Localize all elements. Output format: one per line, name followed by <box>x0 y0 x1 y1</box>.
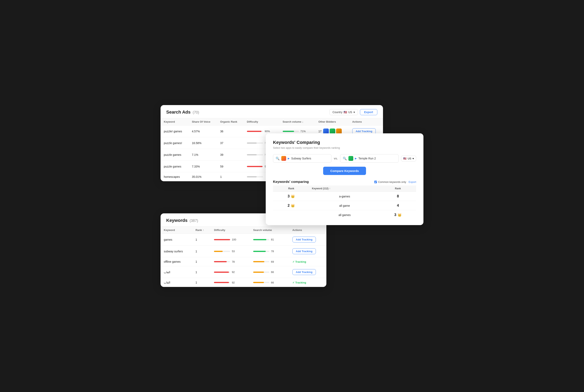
difficulty-fill <box>214 251 222 252</box>
keyword-name-cell: all game <box>310 201 380 210</box>
actions-cell[interactable]: Add Tracking <box>289 266 326 278</box>
app2-input[interactable] <box>358 157 396 160</box>
difficulty-fill <box>214 272 229 273</box>
keyword-cell: puzzle! games <box>161 126 189 137</box>
app2-play-icon: ▶ <box>355 157 357 160</box>
search-volume-cell: 78 <box>250 246 289 257</box>
comparing-export-link[interactable]: Export <box>409 180 416 184</box>
country-value: US <box>348 110 352 114</box>
sv-label: 69 <box>271 260 278 263</box>
chevron-down-icon: ▾ <box>354 110 355 114</box>
sv-track <box>253 261 269 262</box>
actions-cell[interactable]: ✓ Tracking <box>289 257 326 266</box>
difficulty-bar: 92 <box>214 281 247 284</box>
search-icon-1: 🔍 <box>276 156 280 160</box>
search-ads-title: Search Ads <box>166 110 190 114</box>
difficulty-label: 92 <box>232 270 239 274</box>
export-button[interactable]: Export <box>360 109 377 115</box>
difficulty-label: 92 <box>232 281 239 284</box>
common-keywords-label[interactable]: Common keywords only <box>374 180 406 184</box>
comparing-results-title: Keywords' comparing <box>273 180 309 184</box>
share-of-voice-cell: 4.57% <box>189 126 217 137</box>
col-rank2: Rank <box>380 186 416 192</box>
table-row: العاب 1 92 66 ✓ Tracking <box>161 278 326 287</box>
col-other-bidders: Other Bidders <box>315 118 349 126</box>
bidder-count: 17 <box>318 130 322 133</box>
search-icon-2: 🔍 <box>343 156 347 160</box>
difficulty-bar: 78 <box>214 260 247 263</box>
col-organic-rank: Organic Rank <box>217 118 244 126</box>
rank-cell: 1 <box>192 246 211 257</box>
keyword-cell: puzzle games <box>161 149 189 161</box>
keywords-title-group: Keywords (387) <box>166 218 198 223</box>
rank2-cell: 4 <box>380 201 416 210</box>
app1-search-box[interactable]: 🔍 ▶ <box>273 154 332 163</box>
difficulty-cell: 78 <box>211 257 250 266</box>
kw-col-keyword: Keyword <box>161 226 192 234</box>
rank-cell: 1 <box>192 266 211 278</box>
rank2-number: 4 <box>397 204 399 208</box>
add-tracking-button[interactable]: Add Tracking <box>293 248 316 254</box>
search-volume-bar: 71% <box>283 130 312 133</box>
keywords-table: Keyword Rank ↑ Difficulty Search volume … <box>161 226 326 287</box>
table-row: games 1 100 81 Add Tracking <box>161 234 326 246</box>
comparing-subtitle: Select two apps to easily compare their … <box>273 146 416 149</box>
comparing-results-section: Keywords' comparing Common keywords only… <box>273 180 416 220</box>
scene: Search Ads (70) Country 🇺🇸 US ▾ Export K… <box>161 105 423 287</box>
table-row: العاب 1 92 66 Add Tracking <box>161 266 326 278</box>
difficulty-fill <box>214 261 226 262</box>
search-volume-bar: 66 <box>253 270 286 274</box>
col-rank1: Rank <box>273 186 310 192</box>
app1-input[interactable] <box>291 157 329 160</box>
difficulty-cell: 53 <box>211 246 250 257</box>
keyword-name-cell: all games <box>310 210 380 220</box>
sv-label: 66 <box>271 281 278 284</box>
rank1-cell <box>273 210 310 220</box>
organic-rank-cell: 1 <box>217 172 244 182</box>
sv-fill <box>253 282 264 283</box>
country-selector[interactable]: Country 🇺🇸 US ▾ <box>330 109 358 115</box>
compare-keywords-button[interactable]: Compare Keywords <box>323 167 366 175</box>
table-row: 2 👑 all game 4 <box>273 201 416 210</box>
search-volume-label: 71% <box>301 130 308 133</box>
add-tracking-button[interactable]: Add Tracking <box>293 269 316 275</box>
sv-track <box>253 272 269 273</box>
keyword-cell: puzzle games <box>161 161 189 172</box>
share-of-voice-cell: 7.33% <box>189 161 217 172</box>
actions-cell[interactable]: ✓ Tracking <box>289 278 326 287</box>
add-tracking-button[interactable]: Add Tracking <box>293 236 316 242</box>
col-keyword: Keyword <box>161 118 189 126</box>
organic-rank-cell: 36 <box>217 126 244 137</box>
sv-fill <box>253 261 264 262</box>
difficulty-fill <box>214 239 230 240</box>
actions-cell[interactable]: Add Tracking <box>289 246 326 257</box>
difficulty-bar: 53 <box>214 250 247 253</box>
col-difficulty: Difficulty <box>244 118 279 126</box>
rank2-cell: 8 <box>380 192 416 201</box>
keyword-cell: العاب <box>161 278 192 287</box>
difficulty-track <box>214 282 230 283</box>
kw-col-difficulty: Difficulty <box>211 226 250 234</box>
difficulty-label: 90% <box>265 130 272 133</box>
search-volume-cell: 66 <box>250 266 289 278</box>
actions-cell[interactable]: Add Tracking <box>289 234 326 246</box>
keywords-count: (387) <box>190 219 198 223</box>
organic-rank-cell: 59 <box>217 161 244 172</box>
table-row: all games 3 👑 <box>273 210 416 220</box>
keywords-comparing-card: Keywords' Comparing Select two apps to e… <box>266 133 423 225</box>
difficulty-track <box>214 251 230 252</box>
search-volume-bar: 78 <box>253 250 286 253</box>
difficulty-bar: 100 <box>214 238 247 241</box>
sv-fill <box>253 239 266 240</box>
keyword-cell: puzzle games! <box>161 137 189 149</box>
app2-search-box[interactable]: 🔍 ▶ <box>340 154 399 163</box>
comparing-country-selector[interactable]: 🇺🇸 US ▾ <box>401 156 416 162</box>
app1-icon <box>281 156 286 161</box>
common-keywords-checkbox[interactable] <box>374 181 377 183</box>
sv-track <box>253 282 269 283</box>
rank1-number: 3 <box>287 194 289 198</box>
rank2-number: 3 <box>394 213 396 217</box>
table-row: 3 👑 a-games 8 <box>273 192 416 201</box>
search-ads-title-group: Search Ads (70) <box>166 110 199 115</box>
difficulty-bar: 92 <box>214 270 247 274</box>
